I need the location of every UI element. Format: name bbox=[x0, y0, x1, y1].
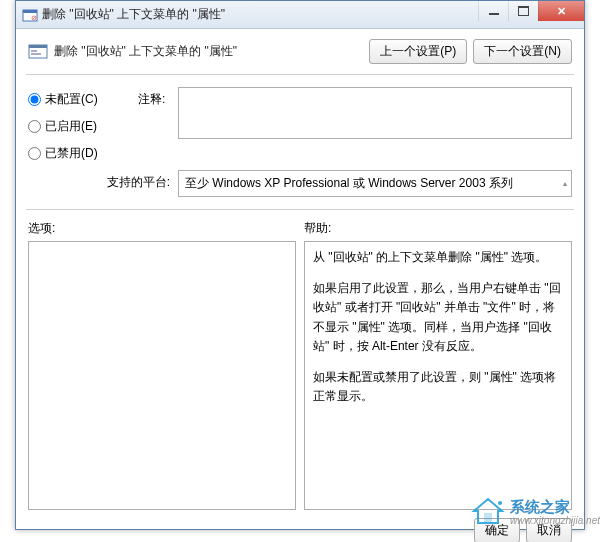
cancel-button[interactable]: 取消 bbox=[526, 518, 572, 542]
dialog-window: 删除 "回收站" 上下文菜单的 "属性" 删除 "回收站" 上下文菜单的 "属性… bbox=[15, 0, 585, 530]
footer: 确定 取消 bbox=[16, 510, 584, 542]
help-paragraph: 从 "回收站" 的上下文菜单删除 "属性" 选项。 bbox=[313, 248, 563, 267]
config-row: 未配置(C) 已启用(E) 已禁用(D) 注释: bbox=[16, 79, 584, 166]
platform-value-box: 至少 Windows XP Professional 或 Windows Ser… bbox=[178, 170, 572, 197]
comment-input[interactable] bbox=[178, 87, 572, 139]
policy-title: 删除 "回收站" 上下文菜单的 "属性" bbox=[54, 39, 369, 60]
prev-setting-button[interactable]: 上一个设置(P) bbox=[369, 39, 467, 64]
radio-disabled-label[interactable]: 已禁用(D) bbox=[45, 145, 98, 162]
next-setting-button[interactable]: 下一个设置(N) bbox=[473, 39, 572, 64]
state-radio-group: 未配置(C) 已启用(E) 已禁用(D) bbox=[28, 87, 138, 162]
maximize-button[interactable] bbox=[508, 1, 538, 21]
svg-rect-6 bbox=[31, 50, 37, 52]
help-box[interactable]: 从 "回收站" 的上下文菜单删除 "属性" 选项。 如果启用了此设置，那么，当用… bbox=[304, 241, 572, 510]
radio-disabled[interactable]: 已禁用(D) bbox=[28, 145, 138, 162]
titlebar-icon bbox=[22, 7, 38, 23]
ok-button[interactable]: 确定 bbox=[474, 518, 520, 542]
comment-section: 注释: bbox=[138, 87, 572, 162]
radio-not-configured-label[interactable]: 未配置(C) bbox=[45, 91, 98, 108]
radio-enabled[interactable]: 已启用(E) bbox=[28, 118, 138, 135]
radio-enabled-label[interactable]: 已启用(E) bbox=[45, 118, 97, 135]
svg-rect-7 bbox=[31, 53, 41, 55]
help-paragraph: 如果启用了此设置，那么，当用户右键单击 "回收站" 或者打开 "回收站" 并单击… bbox=[313, 279, 563, 356]
svg-rect-5 bbox=[29, 45, 47, 48]
options-column: 选项: bbox=[28, 220, 296, 510]
lower-panel: 选项: 帮助: 从 "回收站" 的上下文菜单删除 "属性" 选项。 如果启用了此… bbox=[16, 214, 584, 510]
window-controls bbox=[478, 1, 584, 21]
help-label: 帮助: bbox=[304, 220, 572, 237]
options-label: 选项: bbox=[28, 220, 296, 237]
radio-not-configured-input[interactable] bbox=[28, 93, 41, 106]
policy-icon bbox=[28, 41, 48, 61]
help-paragraph: 如果未配置或禁用了此设置，则 "属性" 选项将正常显示。 bbox=[313, 368, 563, 406]
divider-2 bbox=[26, 209, 574, 210]
radio-disabled-input[interactable] bbox=[28, 147, 41, 160]
scroll-up-icon[interactable] bbox=[561, 180, 569, 188]
platform-label: 支持的平台: bbox=[28, 170, 178, 197]
platform-value: 至少 Windows XP Professional 或 Windows Ser… bbox=[185, 176, 513, 190]
close-button[interactable] bbox=[538, 1, 584, 21]
platform-row: 支持的平台: 至少 Windows XP Professional 或 Wind… bbox=[16, 166, 584, 205]
nav-buttons: 上一个设置(P) 下一个设置(N) bbox=[369, 39, 572, 64]
radio-enabled-input[interactable] bbox=[28, 120, 41, 133]
help-column: 帮助: 从 "回收站" 的上下文菜单删除 "属性" 选项。 如果启用了此设置，那… bbox=[304, 220, 572, 510]
titlebar[interactable]: 删除 "回收站" 上下文菜单的 "属性" bbox=[16, 1, 584, 29]
svg-rect-1 bbox=[23, 10, 37, 13]
minimize-button[interactable] bbox=[478, 1, 508, 21]
titlebar-text: 删除 "回收站" 上下文菜单的 "属性" bbox=[42, 6, 225, 23]
comment-label: 注释: bbox=[138, 87, 178, 162]
header-panel: 删除 "回收站" 上下文菜单的 "属性" 上一个设置(P) 下一个设置(N) bbox=[16, 29, 584, 70]
divider bbox=[26, 74, 574, 75]
options-box[interactable] bbox=[28, 241, 296, 510]
radio-not-configured[interactable]: 未配置(C) bbox=[28, 91, 138, 108]
